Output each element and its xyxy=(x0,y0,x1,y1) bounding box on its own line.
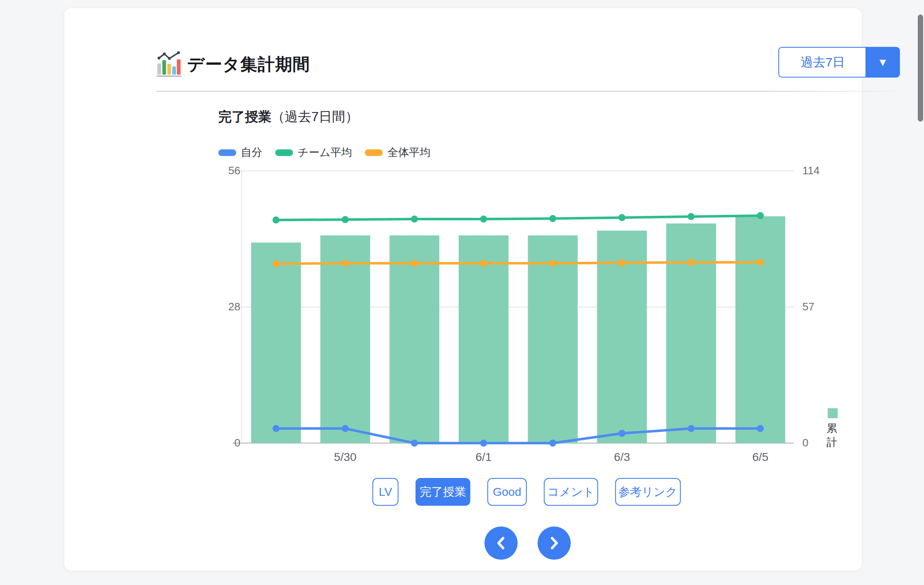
filter-button-lv[interactable]: LV xyxy=(372,478,398,506)
y-axis-right-tick-114: 114 xyxy=(802,164,819,177)
chart-title-suffix: （過去7日間） xyxy=(271,109,359,124)
point-全体平均-2 xyxy=(411,260,418,267)
point-チーム平均-0 xyxy=(273,217,280,224)
period-dropdown-value: 過去7日 xyxy=(778,47,866,78)
page: { "page": { "background": "#f5f6f8" }, "… xyxy=(0,0,924,585)
point-自分-4 xyxy=(549,440,556,447)
point-全体平均-7 xyxy=(757,259,764,266)
point-自分-2 xyxy=(411,440,418,447)
page-title: データ集計期間 xyxy=(187,53,310,76)
dropdown-arrow-icon: ▼ xyxy=(865,47,900,78)
legend-swatch-overall-avg xyxy=(365,149,383,156)
legend-label-team-avg: チーム平均 xyxy=(298,145,352,160)
next-page-button[interactable] xyxy=(538,526,571,560)
legend-swatch-self xyxy=(218,149,236,156)
legend-item-team-avg: チーム平均 xyxy=(275,145,352,160)
point-全体平均-1 xyxy=(342,260,349,267)
point-チーム平均-5 xyxy=(618,214,626,221)
y-axis-right-tick-0: 0 xyxy=(802,436,808,449)
cumulative-legend-swatch xyxy=(828,408,838,418)
bar-累計-6 xyxy=(666,224,716,443)
point-自分-7 xyxy=(757,425,764,432)
point-全体平均-6 xyxy=(688,259,695,266)
legend-item-overall-avg: 全体平均 xyxy=(365,145,430,160)
chart-canvas xyxy=(222,162,861,469)
legend-item-self: 自分 xyxy=(218,145,262,160)
filter-button-good[interactable]: Good xyxy=(487,478,527,506)
filter-button-ref-links[interactable]: 参考リンク xyxy=(615,478,681,506)
point-チーム平均-3 xyxy=(480,215,487,222)
chart-title: 完了授業（過去7日間） xyxy=(218,108,359,126)
legend-label-self: 自分 xyxy=(241,145,262,160)
chart-legend: 自分 チーム平均 全体平均 xyxy=(218,145,430,160)
bar-chart-icon xyxy=(156,51,181,77)
point-自分-5 xyxy=(618,430,626,437)
bar-累計-0 xyxy=(251,243,301,443)
period-dropdown[interactable]: 過去7日 ▼ xyxy=(778,47,900,78)
point-自分-0 xyxy=(273,425,280,432)
y-axis-left-tick-28: 28 xyxy=(205,300,240,313)
prev-page-button[interactable] xyxy=(484,526,518,560)
point-チーム平均-2 xyxy=(411,215,418,222)
point-自分-1 xyxy=(342,425,349,432)
x-axis-label-5/30: 5/30 xyxy=(334,451,357,464)
point-自分-6 xyxy=(688,425,695,432)
filter-button-completed-lessons[interactable]: 完了授業 xyxy=(416,478,470,506)
point-チーム平均-1 xyxy=(342,216,349,223)
point-自分-3 xyxy=(480,440,487,447)
legend-swatch-team-avg xyxy=(275,149,293,156)
x-axis-label-6/3: 6/3 xyxy=(614,451,630,464)
chevron-left-icon xyxy=(495,536,507,550)
y-axis-left-tick-56: 56 xyxy=(205,164,240,177)
header-divider xyxy=(156,91,909,92)
point-チーム平均-6 xyxy=(688,213,695,220)
metric-filter-group: LV 完了授業 Good コメント 参考リンク xyxy=(372,478,681,506)
legend-label-overall-avg: 全体平均 xyxy=(387,145,430,160)
point-チーム平均-7 xyxy=(757,212,764,219)
dashboard-card: データ集計期間 過去7日 ▼ 完了授業（過去7日間） 自分 チーム平均 全体平均… xyxy=(64,8,862,570)
x-axis-label-6/5: 6/5 xyxy=(752,451,768,464)
chart-title-main: 完了授業 xyxy=(218,109,271,124)
chevron-right-icon xyxy=(548,536,560,550)
bar-累計-7 xyxy=(736,216,785,443)
y-axis-right-tick-57: 57 xyxy=(802,300,814,313)
point-全体平均-0 xyxy=(273,260,280,267)
scrollbar-thumb[interactable] xyxy=(918,15,923,122)
filter-button-comments[interactable]: コメント xyxy=(544,478,598,506)
point-全体平均-4 xyxy=(549,260,556,267)
point-全体平均-5 xyxy=(618,259,626,266)
point-全体平均-3 xyxy=(480,260,487,267)
y-axis-left-tick-0: 0 xyxy=(205,436,240,449)
point-チーム平均-4 xyxy=(549,215,556,222)
cumulative-legend-label: 累計 xyxy=(826,421,838,449)
x-axis-label-6/1: 6/1 xyxy=(476,451,492,464)
